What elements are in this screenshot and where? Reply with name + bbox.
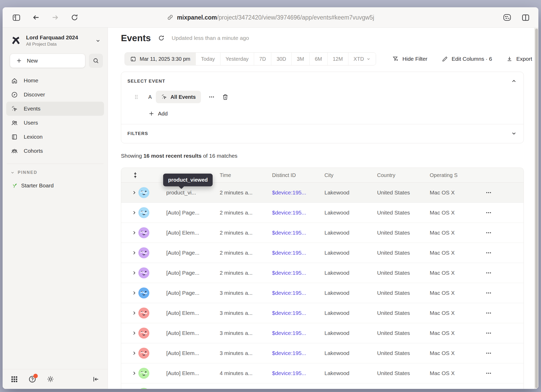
url-text: mixpanel.com/project/3472420/view/397469… [177,14,374,21]
event-avatar [138,267,149,278]
page-scrollbar[interactable] [534,28,538,389]
export-button[interactable]: Export [506,56,532,62]
range-6m[interactable]: 6M [310,53,328,65]
edit-columns-button[interactable]: Edit Columns · 6 [441,56,492,62]
sidebar-item-cohorts[interactable]: Cohorts [6,144,104,158]
table-row[interactable]: [Auto] Elem... 3 minutes a... $device:19… [121,303,524,323]
browser-customize-icon[interactable] [502,13,512,22]
column-header-country[interactable]: Country [377,172,395,178]
refresh-icon[interactable] [158,34,165,42]
table-row[interactable]: [Auto] Page... 2 minutes a... $device:19… [121,243,524,263]
row-more-button[interactable] [485,209,492,216]
distinct-id-link[interactable]: $device:195... [272,270,306,276]
export-label: Export [516,56,532,62]
range-3m[interactable]: 3M [292,53,310,65]
column-header-distinct-id[interactable]: Distinct ID [272,172,296,178]
browser-splitview-icon[interactable] [521,13,530,22]
column-header-city[interactable]: City [324,172,333,178]
add-event-button[interactable]: Add [148,111,168,117]
sidebar-item-discover[interactable]: Discover [6,88,104,102]
expand-row-icon[interactable] [132,371,137,376]
browser-sidebar-toggle-icon[interactable] [12,13,21,22]
table-row[interactable]: [Auto] Elem... 2 minutes a... $device:19… [121,223,524,243]
collapse-section-icon[interactable] [511,78,517,84]
expand-row-icon[interactable] [132,330,137,336]
event-country: United States [377,310,410,316]
expand-section-icon[interactable] [511,131,517,136]
sidebar-item-lexicon[interactable]: Lexicon [6,130,104,144]
distinct-id-link[interactable]: $device:195... [272,250,306,256]
gear-icon[interactable] [46,375,54,383]
browser-forward-icon[interactable] [51,13,59,22]
table-row[interactable]: [Auto] Page... 3 minutes a... $device:19… [121,283,524,303]
edit-columns-label: Edit Columns · 6 [452,56,492,62]
expand-row-icon[interactable] [132,190,137,195]
row-more-button[interactable] [485,290,492,296]
collapse-all-rows-icon[interactable] [133,172,138,179]
search-button[interactable] [89,54,103,68]
range-30d[interactable]: 30D [271,53,292,65]
event-selector-chip[interactable]: All Events [156,91,201,103]
distinct-id-link[interactable]: $device:195... [272,290,306,296]
distinct-id-link[interactable]: $device:195... [272,330,306,336]
sidebar-item-starter-board[interactable]: Starter Board [3,182,108,189]
cohorts-icon [11,148,18,155]
row-more-button[interactable] [485,330,492,336]
table-row[interactable]: [Auto] Page... 2 minutes a... $device:19… [121,263,524,283]
range-xtd[interactable]: XTD [348,53,376,65]
event-avatar [138,207,149,218]
drag-handle-icon[interactable] [134,94,138,100]
table-row[interactable] [121,383,524,389]
sidebar-item-home[interactable]: Home [6,74,104,88]
table-row[interactable]: [Auto] Elem... 3 minutes a... $device:19… [121,343,524,363]
range-7d[interactable]: 7D [254,53,272,65]
sidebar-item-users[interactable]: Users [6,116,104,130]
distinct-id-link[interactable]: $device:195... [272,210,306,216]
event-os: Mac OS X [430,330,455,336]
expand-row-icon[interactable] [132,351,137,356]
row-more-button[interactable] [485,229,492,236]
expand-row-icon[interactable] [132,230,137,235]
row-more-button[interactable] [485,350,492,357]
expand-row-icon[interactable] [132,310,137,316]
clause-more-button[interactable] [208,94,215,100]
column-header-time[interactable]: Time [220,172,231,178]
trash-icon[interactable] [222,94,229,101]
add-label: Add [158,111,168,117]
row-more-button[interactable] [485,370,492,377]
sidebar-item-events[interactable]: Events [6,102,104,116]
expand-row-icon[interactable] [132,270,137,275]
pinned-section-header[interactable]: PINNED [3,170,108,175]
event-os: Mac OS X [430,210,455,216]
address-bar[interactable]: mixpanel.com/project/3472420/view/397469… [167,14,374,21]
table-row[interactable]: [Auto] Elem... 3 minutes a... $device:19… [121,323,524,343]
scrollbar-thumb[interactable] [535,29,538,388]
hide-filter-button[interactable]: Hide Filter [392,56,427,62]
table-row[interactable]: [Auto] Elem... 4 minutes a... $device:19… [121,363,524,383]
browser-reload-icon[interactable] [70,13,79,22]
apps-grid-icon[interactable] [10,375,18,383]
range-yesterday[interactable]: Yesterday [220,53,254,65]
row-more-button[interactable] [485,270,492,276]
row-more-button[interactable] [485,189,492,196]
distinct-id-link[interactable]: $device:195... [272,350,306,356]
workspace-switcher[interactable]: Lord Farquaad 2024 All Project Data [3,28,108,47]
range-today[interactable]: Today [196,53,220,65]
row-more-button[interactable] [485,310,492,316]
distinct-id-link[interactable]: $device:195... [272,310,306,316]
expand-row-icon[interactable] [132,290,137,296]
new-button[interactable]: New [10,54,85,68]
column-header-os[interactable]: Operating S [430,172,458,178]
date-picker-button[interactable]: Mar 11, 2025 3:30 pm [125,53,196,65]
browser-back-icon[interactable] [32,13,40,22]
collapse-sidebar-icon[interactable] [92,375,100,383]
expand-row-icon[interactable] [132,250,137,255]
distinct-id-link[interactable]: $device:195... [272,189,306,196]
range-12m[interactable]: 12M [328,53,348,65]
distinct-id-link[interactable]: $device:195... [272,230,306,236]
workspace-name: Lord Farquaad 2024 [26,34,90,41]
distinct-id-link[interactable]: $device:195... [272,370,306,376]
table-row[interactable]: [Auto] Page... 2 minutes a... $device:19… [121,203,524,223]
expand-row-icon[interactable] [132,210,137,215]
row-more-button[interactable] [485,249,492,256]
